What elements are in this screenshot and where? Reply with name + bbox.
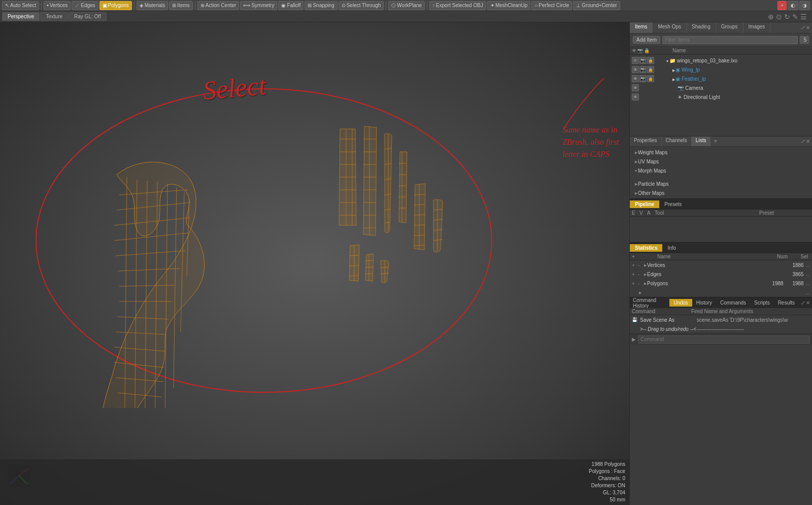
tab-lists[interactable]: Lists [692, 137, 711, 146]
edges-dots[interactable]: ... [806, 272, 810, 277]
filter-items-input[interactable] [662, 36, 798, 44]
meshcleanup-button[interactable]: ✦ MeshCleanUp [487, 1, 530, 10]
stats-add-btn[interactable]: + [632, 254, 642, 259]
panel-close-icon[interactable]: ✕ [806, 25, 810, 30]
perspective-tab[interactable]: Perspective [2, 12, 40, 21]
items-button[interactable]: ⊞ Items [169, 1, 192, 10]
materials-button[interactable]: ◈ Materials [137, 1, 168, 10]
list-item-particle-maps[interactable]: Particle Maps [630, 179, 812, 188]
tree-expand-wing[interactable] [671, 66, 675, 73]
morph-maps-expand[interactable] [634, 168, 638, 173]
wing-vis-render[interactable]: 📷 [639, 66, 647, 73]
scene-tree[interactable]: 👁 📷 🔒 📁 wings_retopo_03_bake.lxo 👁 📷 🔒 ▣ [630, 55, 812, 136]
tab-items[interactable]: Items [630, 22, 653, 33]
props-expand-icon[interactable]: ⤢ [801, 139, 805, 144]
polygons-expand-pm[interactable]: + [632, 281, 638, 286]
tab-channels[interactable]: Channels [662, 137, 692, 146]
workplane-button[interactable]: ⬡ WorkPlane [388, 1, 425, 10]
other-maps-expand[interactable] [634, 190, 638, 195]
symmetry-button[interactable]: ⟺ Symmetry [240, 1, 277, 10]
export-obj-button[interactable]: ↑ Export Selected OBJ [429, 1, 486, 10]
cmd-expand-icon[interactable]: ⤢ [801, 300, 805, 306]
particle-maps-expand[interactable] [634, 181, 638, 186]
falloff-button[interactable]: ◉ Falloff [278, 1, 303, 10]
items-dots[interactable]: ... [806, 290, 810, 295]
cmd-row-save[interactable]: 💾 Save Scene As scene.saveAs 'D:\9P\char… [630, 315, 812, 324]
add-item-button[interactable]: Add Item [633, 36, 660, 44]
weight-maps-expand[interactable] [634, 150, 638, 155]
list-item-morph-maps[interactable]: Morph Maps [630, 166, 812, 175]
polygons-button[interactable]: ▣ Polygons [99, 1, 132, 10]
tree-item-dir-light[interactable]: 👁 ☀ Directional Light [630, 92, 812, 102]
toolbar-extra-1[interactable]: + [777, 1, 787, 10]
tab-shading[interactable]: Shading [687, 22, 716, 33]
feather-vis-lock[interactable]: 🔒 [647, 75, 654, 82]
tab-groups[interactable]: Groups [716, 22, 743, 33]
edges-tree-expand[interactable] [643, 272, 647, 277]
perfect-circle-button[interactable]: ○ Perfect Circle [531, 1, 572, 10]
command-input[interactable] [638, 335, 810, 344]
svg-line-58 [414, 205, 425, 205]
polygons-dots[interactable]: ... [806, 281, 810, 286]
vertices-button[interactable]: • Vertices [44, 1, 71, 10]
tree-item-scene-file[interactable]: 👁 📷 🔒 📁 wings_retopo_03_bake.lxo [630, 56, 812, 65]
ray-gl-tab[interactable]: Ray GL: Off [69, 12, 107, 21]
tab-scripts[interactable]: Scripts [750, 299, 774, 307]
edges-button[interactable]: ⟋ Edges [72, 1, 98, 10]
action-center-button[interactable]: ⊕ Action Center [197, 1, 240, 10]
feather-vis-eye[interactable]: 👁 [632, 75, 639, 82]
tab-results[interactable]: Results [774, 299, 799, 307]
viewport-3d[interactable]: Select Same name as in ZBrush, also firs… [0, 22, 629, 505]
tab-undos[interactable]: Undos [669, 299, 692, 307]
list-item-uv-maps[interactable]: UV Maps [630, 157, 812, 166]
tree-expand-feather[interactable] [671, 76, 675, 82]
svg-line-21 [155, 182, 157, 408]
wing-vis-eye[interactable]: 👁 [632, 66, 639, 73]
toolbar-extra-2[interactable]: ◐ [788, 1, 798, 10]
vertices-expand-pm[interactable]: + [632, 262, 638, 268]
cmd-row-drag: >-- Drag to undo/redo --< --------------… [630, 324, 812, 333]
snapping-button[interactable]: ⊞ Snapping [304, 1, 337, 10]
tab-properties[interactable]: Properties [630, 137, 662, 146]
list-item-weight-maps[interactable]: Weight Maps [630, 148, 812, 157]
auto-select-button[interactable]: ↖ Auto Select [2, 1, 39, 10]
light-vis-eye[interactable]: 👁 [632, 93, 639, 100]
ground-center-button[interactable]: ⊥ Ground+Center [573, 1, 620, 10]
camera-vis-eye[interactable]: 👁 [632, 84, 639, 91]
polygons-tree-expand[interactable] [643, 281, 647, 286]
stats-row-edges[interactable]: + - Edges 3865 ... [630, 270, 812, 279]
stats-row-polygons[interactable]: + - Polygons 1988 1988 ... [630, 279, 812, 288]
info-label[interactable]: Info [662, 244, 681, 252]
tab-commands[interactable]: Commands [716, 299, 750, 307]
tree-expand-scene[interactable] [665, 57, 669, 63]
list-item-other-maps[interactable]: Other Maps [630, 188, 812, 197]
presets-label[interactable]: Presets [659, 200, 687, 208]
vertices-dots[interactable]: ... [806, 262, 810, 268]
stats-row-vertices[interactable]: + - Vertices 1886 ... [630, 260, 812, 270]
texture-tab[interactable]: Texture [40, 12, 68, 21]
edges-expand-pm[interactable]: + [632, 272, 638, 277]
tab-history[interactable]: History [692, 299, 716, 307]
toolbar-extra-3[interactable]: ◑ [799, 1, 810, 10]
uv-maps-expand[interactable] [634, 159, 638, 164]
select-through-button[interactable]: ⊙ Select Through [339, 1, 384, 10]
tree-item-camera[interactable]: 👁 📷 Camera [630, 83, 812, 92]
vis-render-btn[interactable]: 📷 [639, 57, 647, 64]
tab-images[interactable]: Images [743, 22, 771, 33]
props-close-icon[interactable]: ✕ [806, 139, 810, 144]
tab-mesh-ops[interactable]: Mesh Ops [653, 22, 687, 33]
filter-search-button[interactable]: S [800, 36, 809, 44]
items-tree-expand[interactable] [638, 290, 642, 295]
tab-add-plus[interactable]: + [710, 137, 720, 146]
cmd-close-icon[interactable]: ✕ [806, 300, 810, 306]
stats-row-items[interactable]: ... [630, 288, 812, 297]
vertices-tree-expand[interactable] [643, 262, 647, 267]
wing-vis-lock[interactable]: 🔒 [647, 66, 654, 73]
panel-expand-icon[interactable]: ⤢ [801, 25, 805, 30]
feather-vis-render[interactable]: 📷 [639, 75, 647, 82]
cmd-history-title: Command History [630, 296, 669, 310]
vis-eye-btn[interactable]: 👁 [632, 57, 639, 64]
tree-item-feather-lp[interactable]: 👁 📷 🔒 ▣ Feather_lp [630, 74, 812, 83]
tree-item-wing-lp[interactable]: 👁 📷 🔒 ▣ Wing_lp [630, 65, 812, 74]
vis-lock-btn[interactable]: 🔒 [647, 57, 654, 64]
